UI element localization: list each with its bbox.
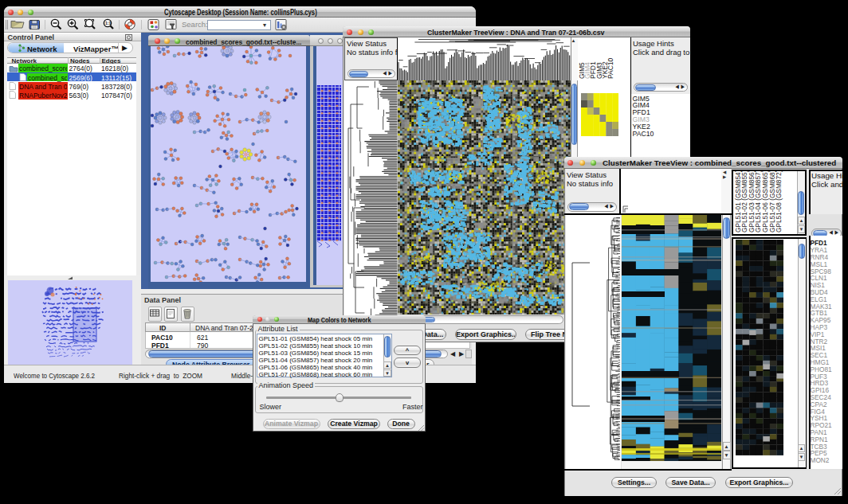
svg-text:Search:: Search:	[182, 20, 208, 29]
svg-text:PAC10: PAC10	[607, 57, 614, 79]
svg-text:GPL51-08 (GSM872): GPL51-08 (GSM872)	[775, 171, 783, 232]
svg-text:1:1: 1:1	[105, 21, 111, 25]
